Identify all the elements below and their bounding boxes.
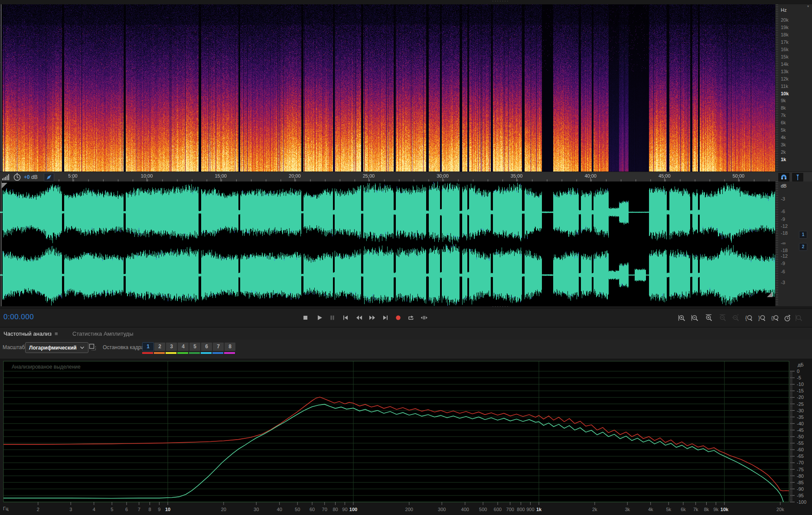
play-button[interactable] bbox=[314, 313, 325, 322]
hz-tick-label: 2k bbox=[781, 149, 786, 155]
tab-amplitude-statistics[interactable]: Статистика Амплитуды bbox=[72, 327, 133, 340]
playhead-line[interactable] bbox=[1, 4, 1, 172]
x-tick-label: 60 bbox=[310, 507, 315, 512]
hz-tick-label: 7k bbox=[781, 113, 786, 118]
x-tick-label: 9 bbox=[158, 507, 160, 512]
fast-forward-button[interactable] bbox=[367, 313, 377, 322]
hold-frame-6-button[interactable]: 6 bbox=[201, 342, 212, 351]
scale-dropdown-value: Логарифмический bbox=[29, 345, 77, 351]
x-tick-label: 4k bbox=[648, 507, 653, 512]
skip-selection-button[interactable] bbox=[419, 313, 429, 322]
y-tick-label: -65 bbox=[797, 453, 804, 459]
svg-text:{: { bbox=[745, 315, 747, 321]
hz-tick-label: 6k bbox=[781, 120, 786, 125]
frequency-analysis-graph: 2345678910203040506070809010020030040050… bbox=[0, 359, 812, 515]
hold-frame-5-button[interactable]: 5 bbox=[189, 342, 201, 351]
frequency-ruler[interactable]: Hz 20k19k18k17k16k15k14k13k12k11k10k9k8k… bbox=[775, 4, 812, 172]
hold-frame-4-color-bar bbox=[177, 352, 188, 354]
playhead-line[interactable] bbox=[1, 181, 1, 306]
x-tick-label: 30 bbox=[254, 507, 259, 512]
stop-button[interactable] bbox=[300, 313, 311, 322]
zoom-in-v-icon bbox=[678, 314, 686, 322]
zoom-to-selection-button[interactable]: {} bbox=[771, 314, 779, 322]
gripper-dots-icon: ······· bbox=[492, 305, 509, 308]
stop-icon bbox=[302, 314, 310, 321]
channel-2-button[interactable]: 2 bbox=[799, 243, 807, 251]
hold-frame-4-button[interactable]: 4 bbox=[177, 342, 189, 351]
pause-button[interactable] bbox=[327, 313, 338, 322]
hold-frame-8-button[interactable]: 8 bbox=[224, 342, 236, 351]
skip-to-end-button[interactable] bbox=[380, 313, 391, 322]
x-tick-label: 6 bbox=[125, 507, 128, 512]
zoom-out-vertical-button[interactable] bbox=[691, 314, 699, 322]
play-icon bbox=[316, 314, 323, 321]
y-axis-unit-label: дБ bbox=[798, 362, 804, 367]
db-tick-label: -3 bbox=[781, 196, 785, 201]
channel-1-button[interactable]: 1 bbox=[799, 231, 807, 239]
snapshot-button[interactable] bbox=[89, 343, 97, 353]
timer-icon[interactable] bbox=[13, 173, 21, 181]
zoom-in-h-icon bbox=[705, 314, 713, 322]
snapshot-icon bbox=[89, 343, 97, 351]
rewind-button[interactable] bbox=[354, 313, 364, 322]
collapse-triangle-icon[interactable]: ▾ bbox=[807, 4, 809, 8]
hz-tick-label: 8k bbox=[781, 105, 786, 110]
svg-text:}: } bbox=[758, 315, 760, 321]
rewind-icon bbox=[355, 314, 363, 321]
db-tick-label: -18 bbox=[781, 248, 788, 253]
zoom-out-full-button[interactable] bbox=[731, 314, 740, 322]
frequency-analysis-plot[interactable]: 2345678910203040506070809010020030040050… bbox=[0, 359, 812, 515]
hold-frame-1-button[interactable]: 1 bbox=[142, 342, 154, 351]
marker-tool-button[interactable] bbox=[792, 172, 804, 182]
level-meter-icon[interactable] bbox=[2, 174, 10, 181]
zoom-out-point-button[interactable]: } bbox=[758, 314, 766, 322]
y-tick-label: -70 bbox=[797, 460, 804, 465]
tab-frequency-analysis[interactable]: Частотный анализ ≡ bbox=[3, 327, 58, 341]
x-tick-label: 400 bbox=[461, 507, 469, 512]
y-tick-label: -25 bbox=[797, 402, 804, 407]
audio-editor-window: ······· Hz 20k19k18k17k16k15k14k13k12k11… bbox=[0, 0, 812, 515]
x-tick-label: 6k bbox=[681, 507, 686, 512]
zoom-out-horizontal-button[interactable] bbox=[718, 314, 727, 322]
selection-handle-top-left[interactable] bbox=[2, 183, 7, 188]
x-tick-label: 3 bbox=[69, 507, 72, 512]
panel-menu-icon[interactable]: ≡ bbox=[55, 330, 58, 337]
x-tick-label: 90 bbox=[342, 507, 347, 512]
hold-frame-2-button[interactable]: 2 bbox=[154, 342, 166, 351]
zoom-in-horizontal-button[interactable] bbox=[704, 314, 713, 322]
timeline-ruler[interactable]: 5:0010:0015:0020:0025:0030:0035:0040:004… bbox=[0, 172, 775, 182]
pin-arrow-icon bbox=[46, 174, 52, 180]
hold-frame-6-color-bar bbox=[201, 352, 212, 354]
y-tick-label: -85 bbox=[797, 480, 804, 485]
zoom-in-vertical-button[interactable] bbox=[678, 314, 686, 322]
waveform-display[interactable] bbox=[0, 181, 775, 306]
zoom-in-point-button[interactable]: { bbox=[745, 314, 753, 322]
hold-frame-7-button[interactable]: 7 bbox=[212, 342, 224, 351]
scale-dropdown[interactable]: Логарифмический bbox=[25, 342, 88, 353]
hold-frames-label: Остановка кадра: bbox=[103, 344, 145, 350]
spectrogram-display[interactable] bbox=[0, 4, 775, 172]
skip-to-start-button[interactable] bbox=[340, 313, 351, 322]
hold-frame-2-color-bar bbox=[154, 352, 165, 354]
x-tick-label: 100 bbox=[349, 507, 357, 512]
db-tick-label: -9 bbox=[781, 261, 785, 266]
y-tick-label: 0 bbox=[797, 369, 799, 374]
loop-playback-button[interactable] bbox=[406, 313, 416, 322]
zoom-selection-icon: {} bbox=[771, 314, 779, 322]
amplitude-ruler[interactable]: dB -3-6-9-12-18-∞-18-12-9-6-3 1 2 bbox=[775, 181, 812, 306]
reset-zoom-button[interactable] bbox=[783, 314, 792, 322]
snap-toggle-button[interactable] bbox=[778, 172, 790, 182]
zoom-full-button[interactable] bbox=[795, 314, 803, 322]
gain-unit: dB bbox=[31, 174, 38, 180]
selection-handle-bottom-right[interactable] bbox=[767, 292, 773, 297]
pin-playhead-button[interactable] bbox=[44, 173, 54, 181]
gain-readout[interactable]: +0 dB bbox=[24, 174, 38, 180]
x-tick-label: 3k bbox=[625, 507, 630, 512]
time-tick-label: 35:00 bbox=[511, 173, 523, 178]
playback-time-display[interactable]: 0:00.000 bbox=[3, 313, 34, 321]
record-button[interactable] bbox=[393, 313, 404, 322]
time-tick-label: 50:00 bbox=[733, 173, 745, 178]
x-tick-label: 5k bbox=[666, 507, 671, 512]
x-tick-label: 8 bbox=[148, 507, 151, 512]
hold-frame-3-button[interactable]: 3 bbox=[166, 342, 177, 351]
